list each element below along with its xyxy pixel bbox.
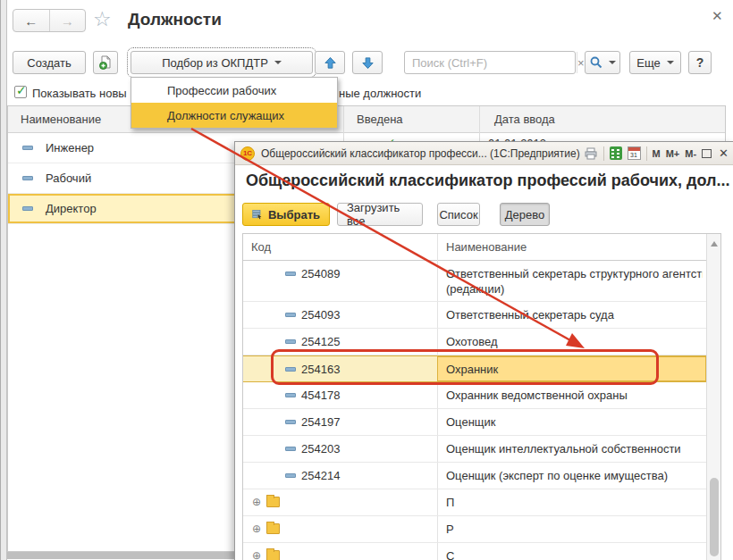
checkbox-label-left: Показывать новы (32, 87, 127, 100)
load-all-button[interactable]: Загрузить все (337, 203, 423, 226)
scrollbar-thumb[interactable] (710, 478, 719, 556)
column-header-introduced[interactable]: Введена (357, 113, 403, 126)
nav-history-group: ← → (13, 9, 86, 32)
calendar-icon[interactable]: 31 (628, 146, 641, 160)
help-button[interactable]: ? (688, 51, 712, 74)
app-screen: ← → ☆ Должности ✕ Создать Подбор из ОКПД… (0, 0, 733, 560)
code-cell: 454178 (301, 389, 340, 402)
tree-view-button-active[interactable]: Дерево (500, 203, 550, 226)
column-header-intro-date[interactable]: Дата ввода (494, 113, 555, 126)
name-cell: Ответственный секретарь суда (446, 308, 703, 322)
classifier-row-454178[interactable]: 454178 Охранник ведомственной охраны (243, 382, 706, 409)
code-cell: 254125 (301, 335, 340, 348)
checkbox-label-right: ные должности (339, 87, 421, 100)
classifier-group-r[interactable]: ⊕ Р (243, 516, 706, 543)
back-arrow-icon: ← (24, 13, 38, 29)
move-up-button[interactable] (315, 51, 345, 74)
element-dash-icon (285, 272, 296, 276)
classifier-close-button[interactable]: ✕ (719, 146, 729, 160)
search-clear-button[interactable]: × (577, 52, 585, 73)
calculator-icon[interactable] (610, 146, 622, 160)
checkmark-icon: ✓ (16, 83, 27, 97)
classifier-row-254197[interactable]: 254197 Оценщик (243, 409, 706, 436)
classifier-titlebar: 1С Общероссийский классификатор професси… (235, 142, 733, 165)
magnifier-icon (590, 56, 602, 69)
code-cell: 254214 (301, 469, 340, 482)
name-cell-line2: (редакции) (446, 282, 504, 296)
move-down-button[interactable] (352, 51, 383, 74)
name-cell: С (446, 549, 703, 560)
new-document-plus-icon (98, 55, 113, 70)
create-button[interactable]: Создать (13, 51, 86, 74)
vertical-scrollbar[interactable] (706, 234, 720, 560)
classifier-group-s[interactable]: ⊕ С (243, 543, 706, 560)
calendar-day-label: 31 (628, 152, 640, 158)
menu-item-employee-positions[interactable]: Должности служащих (131, 103, 337, 128)
row-label: Инженер (46, 141, 94, 155)
select-button[interactable]: Выбрать (242, 203, 330, 226)
element-dash-icon (285, 393, 296, 397)
show-positions-checkbox[interactable]: ✓ (14, 86, 27, 98)
classifier-table: Код Наименование 254089 Ответственный се… (242, 233, 721, 560)
printer-icon[interactable] (584, 147, 598, 160)
column-header-name[interactable]: Наименование (21, 113, 101, 126)
calendar-icon-bar (628, 147, 640, 151)
memory-mplus-button[interactable]: M+ (666, 148, 680, 159)
classifier-group-p[interactable]: ⊕ П (243, 489, 706, 516)
page-title: Должности (128, 10, 222, 29)
element-dash-icon (22, 146, 33, 150)
element-dash-icon (285, 420, 296, 424)
back-button[interactable]: ← (13, 10, 50, 31)
expand-plus-icon[interactable]: ⊕ (252, 523, 261, 534)
select-button-label: Выбрать (268, 208, 320, 221)
row-label: Директор (46, 202, 97, 215)
list-view-button[interactable]: Список (437, 203, 480, 226)
name-cell: Оценщик (446, 415, 703, 429)
code-cell: 254089 (301, 267, 340, 280)
menu-item-worker-professions[interactable]: Профессии рабочих (131, 78, 337, 103)
more-label: Еще (636, 56, 660, 70)
classifier-row-254203[interactable]: 254203 Оценщик интеллектуальной собствен… (243, 436, 706, 463)
1c-logo-icon: 1С (240, 146, 255, 161)
expand-plus-icon[interactable]: ⊕ (252, 550, 261, 560)
code-cell: 254203 (301, 442, 340, 456)
element-dash-icon (285, 447, 296, 451)
search-options-button[interactable] (585, 51, 620, 74)
expand-plus-icon[interactable]: ⊕ (252, 497, 261, 507)
folder-icon (266, 497, 280, 507)
classifier-row-254093[interactable]: 254093 Ответственный секретарь суда (243, 302, 706, 329)
classifier-titlebar-text: Общероссийский классификатор професси...… (261, 147, 580, 160)
create-group-button[interactable] (93, 51, 118, 74)
memory-mminus-button[interactable]: M- (685, 148, 696, 159)
dropdown-caret-icon (609, 61, 616, 68)
column-header-code[interactable]: Код (251, 240, 271, 254)
forward-arrow-icon: → (61, 13, 74, 29)
element-dash-icon (22, 176, 33, 180)
main-close-button[interactable]: ✕ (712, 8, 723, 24)
name-cell: Охранник ведомственной охраны (446, 389, 703, 402)
name-cell: Охранник (446, 363, 703, 376)
positions-list-header: Наименование Введена Дата ввода (8, 106, 725, 133)
element-dash-icon (22, 206, 33, 211)
favorite-star-icon[interactable]: ☆ (93, 7, 112, 31)
pick-from-okpdtr-button[interactable]: Подбор из ОКПДТР (131, 51, 313, 74)
scroll-up-arrow-icon[interactable] (711, 238, 718, 247)
search-input[interactable] (405, 56, 577, 70)
classifier-row-254163-selected[interactable]: 254163 Охранник (243, 355, 706, 382)
classifier-row-254214[interactable]: 254214 Оценщик (эксперт по оценке имущес… (243, 463, 706, 489)
blue-up-arrow-icon (324, 56, 337, 70)
memory-m-button[interactable]: M (653, 148, 661, 159)
more-button[interactable]: Еще (629, 51, 681, 74)
code-cell: 254163 (301, 363, 340, 376)
code-cell: 254197 (301, 415, 340, 429)
forward-button[interactable]: → (50, 10, 86, 31)
maximize-button[interactable] (702, 149, 712, 158)
classifier-window: 1С Общероссийский классификатор професси… (234, 141, 733, 560)
classifier-row-254089[interactable]: 254089 Ответственный секретарь структурн… (243, 261, 706, 302)
folder-icon (266, 523, 280, 534)
name-cell: Р (446, 522, 703, 536)
dropdown-caret-icon (667, 61, 674, 68)
column-header-name[interactable]: Наименование (446, 240, 527, 254)
row-label: Рабочий (46, 171, 91, 185)
classifier-row-254125[interactable]: 254125 Охотовед (243, 329, 706, 355)
